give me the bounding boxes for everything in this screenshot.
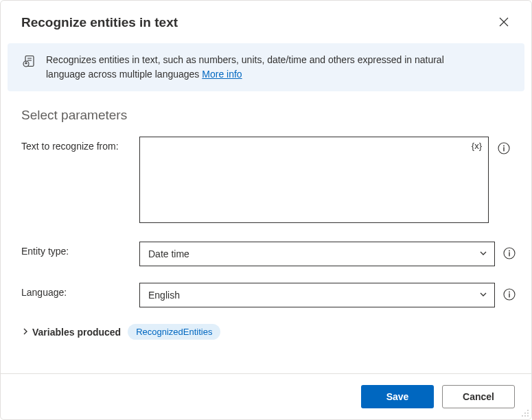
dialog-body: Select parameters Text to recognize from… [1, 91, 531, 373]
field-row-language: Language: English [21, 283, 511, 307]
entity-type-value: Date time [148, 248, 189, 259]
field-row-entity-type: Entity type: Date time [21, 242, 511, 266]
info-banner-desc: Recognizes entities in text, such as num… [46, 54, 444, 80]
svg-point-14 [527, 412, 529, 414]
svg-rect-8 [509, 252, 509, 256]
info-banner-text: Recognizes entities in text, such as num… [46, 53, 485, 82]
dialog-title: Recognize entities in text [21, 15, 178, 30]
svg-point-16 [524, 415, 526, 417]
svg-point-4 [503, 145, 505, 147]
dialog-header: Recognize entities in text [1, 1, 531, 43]
label-text-to-recognize: Text to recognize from: [21, 137, 131, 152]
info-icon[interactable] [497, 141, 511, 155]
variables-produced-label: Variables produced [32, 327, 121, 338]
variable-chip[interactable]: RecognizedEntities [128, 324, 220, 340]
info-icon[interactable] [503, 288, 516, 301]
dialog-footer: Save Cancel [1, 373, 531, 419]
svg-rect-5 [503, 147, 504, 151]
svg-rect-11 [509, 293, 509, 297]
cancel-button[interactable]: Cancel [442, 385, 515, 408]
svg-point-17 [527, 415, 529, 417]
close-button[interactable] [493, 12, 515, 34]
label-entity-type: Entity type: [21, 242, 131, 257]
close-icon [499, 17, 509, 29]
save-button[interactable]: Save [361, 385, 434, 408]
section-title: Select parameters [21, 108, 511, 123]
chevron-down-icon [479, 290, 487, 301]
svg-point-13 [524, 412, 526, 414]
variables-produced-row: Variables produced RecognizedEntities [21, 324, 511, 340]
more-info-link[interactable]: More info [202, 69, 242, 80]
chevron-right-icon [21, 327, 30, 338]
resize-grip-icon[interactable] [520, 408, 529, 417]
entities-icon [23, 54, 36, 70]
info-banner: Recognizes entities in text, such as num… [8, 43, 524, 91]
entity-type-select[interactable]: Date time [139, 242, 495, 266]
field-row-text: Text to recognize from: {x} [21, 137, 511, 225]
variables-produced-toggle[interactable]: Variables produced [21, 327, 121, 338]
chevron-down-icon [479, 248, 487, 259]
language-select[interactable]: English [139, 283, 495, 307]
svg-point-12 [527, 410, 529, 411]
text-to-recognize-input[interactable] [139, 137, 489, 223]
svg-point-10 [509, 292, 510, 293]
svg-point-15 [522, 415, 523, 417]
language-value: English [148, 290, 180, 301]
label-language: Language: [21, 283, 131, 298]
insert-variable-icon[interactable]: {x} [472, 141, 482, 151]
svg-point-7 [509, 250, 510, 252]
recognize-entities-dialog: Recognize entities in text Recognizes en… [0, 0, 532, 420]
info-icon[interactable] [503, 246, 516, 260]
